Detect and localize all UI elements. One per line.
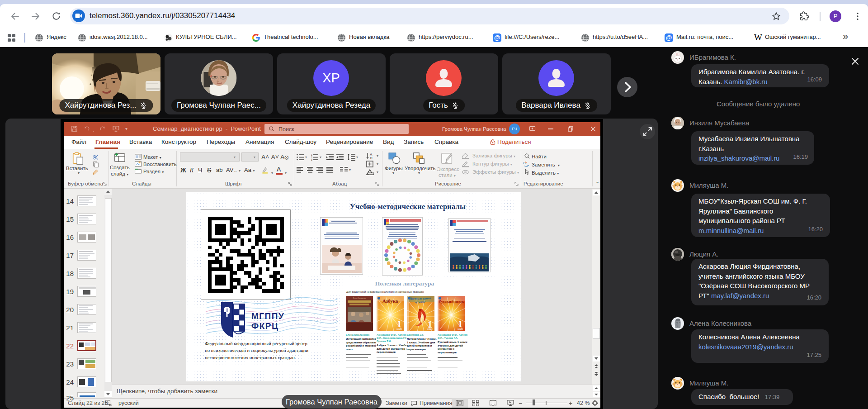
svg-text:класс: класс <box>396 328 402 330</box>
svg-text:Елена Омельченко: Елена Омельченко <box>353 297 366 299</box>
svg-text:Я: Я <box>370 156 373 159</box>
svg-text:Русский язык: Русский язык <box>439 299 464 304</box>
svg-text:c: c <box>527 165 528 167</box>
svg-text:3: 3 <box>311 158 312 161</box>
svg-text:чтение: чтение <box>415 300 426 304</box>
svg-text:класс: класс <box>427 328 433 330</box>
svg-text:1: 1 <box>397 319 401 329</box>
svg-text:класс: класс <box>458 328 463 330</box>
svg-text:Азбука: Азбука <box>382 298 398 304</box>
svg-text:b: b <box>525 161 527 164</box>
svg-text:1: 1 <box>458 319 462 329</box>
